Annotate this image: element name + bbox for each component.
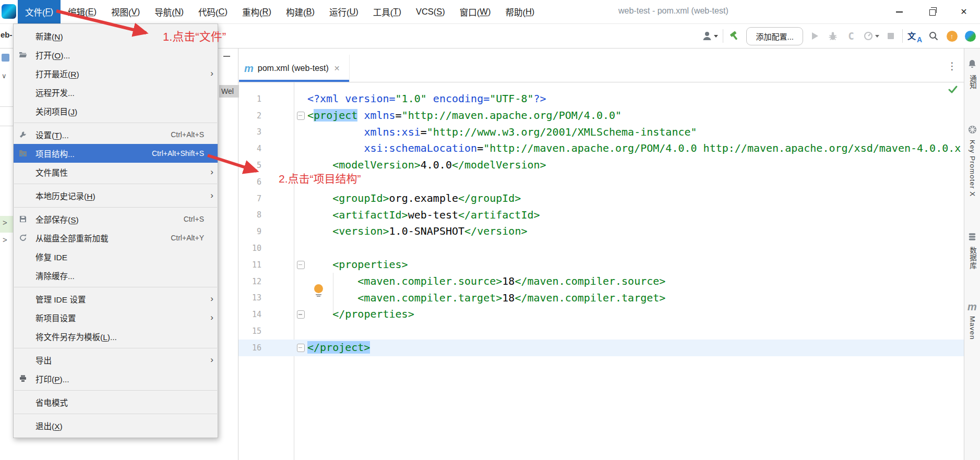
menubar-item[interactable]: 视图(V) xyxy=(104,0,147,23)
run-icon[interactable] xyxy=(808,28,821,44)
menubar-item[interactable]: 代码(C) xyxy=(191,0,235,23)
search-icon[interactable] xyxy=(927,28,940,44)
profiler-icon[interactable] xyxy=(863,28,879,44)
translate-icon[interactable]: 文A xyxy=(907,28,922,44)
code-line[interactable]: 11 <properties> xyxy=(238,257,964,273)
fold-marker-icon[interactable] xyxy=(297,310,305,319)
code-line[interactable]: 15 xyxy=(238,323,964,340)
menu-item[interactable]: 打印(P)... xyxy=(14,369,218,388)
menu-item[interactable]: 从磁盘全部重新加载Ctrl+Alt+Y xyxy=(14,228,218,247)
menu-separator xyxy=(14,414,217,414)
gutter-fold-column xyxy=(261,107,307,124)
line-number: 10 xyxy=(238,244,261,253)
menu-item-shortcut: Ctrl+S xyxy=(184,215,206,223)
menu-item-label: 将文件另存为模板(L)... xyxy=(35,331,117,342)
menubar-item[interactable]: 文件(F) xyxy=(18,0,61,23)
menu-item[interactable]: 打开最近(R)› xyxy=(14,64,218,83)
menu-item[interactable]: 设置(T)...Ctrl+Alt+S xyxy=(14,125,218,144)
menu-item[interactable]: 本地历史记录(H)› xyxy=(14,186,218,205)
menubar-item[interactable]: 导航(N) xyxy=(147,0,191,23)
code-line[interactable]: 10 xyxy=(238,240,964,257)
code-line[interactable]: 6 xyxy=(238,174,964,190)
menu-separator xyxy=(14,123,217,123)
menu-item-label: 管理 IDE 设置 xyxy=(35,293,86,305)
tab-pom-xml[interactable]: m pom.xml (web-test) ✕ xyxy=(239,55,350,82)
code-line[interactable]: 2<project xmlns="http://maven.apache.org… xyxy=(238,107,964,124)
debug-icon[interactable] xyxy=(826,28,840,44)
code-line[interactable]: 5 <modelVersion>4.0.0</modelVersion> xyxy=(238,157,964,174)
menu-item-icon-slot xyxy=(19,421,32,430)
update-arrow-icon[interactable]: ↑ xyxy=(945,28,959,44)
gutter-fold-column xyxy=(261,174,307,190)
code-line[interactable]: 16</project> xyxy=(238,340,964,356)
menu-item[interactable]: 打开(O)... xyxy=(14,45,218,64)
code-line[interactable]: 3 xmlns:xsi="http://www.w3.org/2001/XMLS… xyxy=(238,124,964,141)
menu-item[interactable]: 导出› xyxy=(14,350,218,369)
chevron-right-icon[interactable]: > xyxy=(3,235,7,244)
chevron-down-icon[interactable]: ∨ xyxy=(2,72,7,80)
chevron-right-icon[interactable]: > xyxy=(3,218,7,227)
menubar-item[interactable]: 构建(B) xyxy=(279,0,322,23)
stop-icon[interactable] xyxy=(884,28,898,44)
line-number: 4 xyxy=(238,144,261,153)
line-number: 7 xyxy=(238,194,261,203)
fold-marker-icon[interactable] xyxy=(297,344,305,352)
toolwindow-button[interactable]: 数据库 xyxy=(964,232,980,270)
menubar-item[interactable]: 帮助(H) xyxy=(498,0,542,23)
menu-item[interactable]: 新建(N) xyxy=(14,27,218,45)
menu-item-label: 远程开发... xyxy=(35,87,75,98)
menu-item[interactable]: 清除缓存... xyxy=(14,266,218,285)
close-icon[interactable]: ✕ xyxy=(948,0,980,23)
intention-bulb-icon[interactable] xyxy=(314,284,323,293)
menu-item[interactable]: 远程开发... xyxy=(14,83,218,102)
menu-item[interactable]: 项目结构...Ctrl+Alt+Shift+S xyxy=(14,144,218,163)
code-line[interactable]: 12 <maven.compiler.source>18</maven.comp… xyxy=(238,273,964,290)
menubar-item[interactable]: 重构(R) xyxy=(235,0,279,23)
code-text: xmlns:xsi="http://www.w3.org/2001/XMLSch… xyxy=(307,124,697,141)
menu-item[interactable]: 管理 IDE 设置› xyxy=(14,289,218,308)
gutter-fold-column xyxy=(261,257,307,273)
close-tab-icon[interactable]: ✕ xyxy=(334,64,340,72)
menubar-item[interactable]: 编辑(E) xyxy=(61,0,104,23)
fold-marker-icon[interactable] xyxy=(297,261,305,269)
code-line[interactable]: 7 <groupId>org.example</groupId> xyxy=(238,190,964,207)
more-vertical-icon[interactable]: ⋮ xyxy=(947,60,957,72)
tab-label: pom.xml (web-test) xyxy=(258,64,329,73)
menu-item[interactable]: 修复 IDE xyxy=(14,247,218,266)
menubar-item[interactable]: 工具(T) xyxy=(366,0,409,23)
menubar-item[interactable]: 窗口(W) xyxy=(452,0,498,23)
submenu-arrow-icon: › xyxy=(206,167,218,177)
menu-item[interactable]: 退出(X) xyxy=(14,416,218,435)
hide-panel-icon[interactable] xyxy=(223,56,230,57)
code-line[interactable]: 4 xsi:schemaLocation="http://maven.apach… xyxy=(238,140,964,157)
gradient-sphere-icon[interactable] xyxy=(963,28,977,44)
code-viewport[interactable]: 1<?xml version="1.0" encoding="UTF-8"?>2… xyxy=(238,91,964,356)
code-line[interactable]: 9 <version>1.0-SNAPSHOT</version> xyxy=(238,223,964,240)
toolwindow-button[interactable]: Key Promoter X xyxy=(964,125,980,197)
menu-item-label: 项目结构... xyxy=(35,148,75,159)
user-icon[interactable] xyxy=(701,28,718,44)
line-number: 3 xyxy=(238,127,261,137)
menu-item[interactable]: 将文件另存为模板(L)... xyxy=(14,327,218,346)
menu-item[interactable]: 省电模式 xyxy=(14,393,218,411)
menu-item[interactable]: 关闭项目(J) xyxy=(14,102,218,120)
coverage-icon[interactable]: C xyxy=(844,28,858,44)
code-line[interactable]: 13 <maven.compiler.target>18</maven.comp… xyxy=(238,290,964,307)
toolwindow-button[interactable]: mMaven xyxy=(964,301,980,340)
menubar-item[interactable]: VCS(S) xyxy=(409,0,452,23)
fold-marker-icon[interactable] xyxy=(297,112,305,120)
code-line[interactable]: 14 </properties> xyxy=(238,306,964,323)
minimize-icon[interactable] xyxy=(883,0,915,23)
code-line[interactable]: 8 <artifactId>web-test</artifactId> xyxy=(238,207,964,224)
build-hammer-icon[interactable] xyxy=(728,28,742,44)
toolwindow-button[interactable]: 通知 xyxy=(964,59,980,90)
menu-item-shortcut: Ctrl+Alt+Y xyxy=(171,234,206,242)
menu-item[interactable]: 文件属性› xyxy=(14,163,218,181)
add-configuration-button[interactable]: 添加配置... xyxy=(746,27,803,45)
menu-item[interactable]: 全部保存(S)Ctrl+S xyxy=(14,210,218,228)
code-line[interactable]: 1<?xml version="1.0" encoding="UTF-8"?> xyxy=(238,91,964,107)
menubar-item[interactable]: 运行(U) xyxy=(322,0,366,23)
menu-item[interactable]: 新项目设置› xyxy=(14,308,218,327)
toolwindow-label: 数据库 xyxy=(967,247,977,270)
restore-icon[interactable] xyxy=(915,0,948,23)
